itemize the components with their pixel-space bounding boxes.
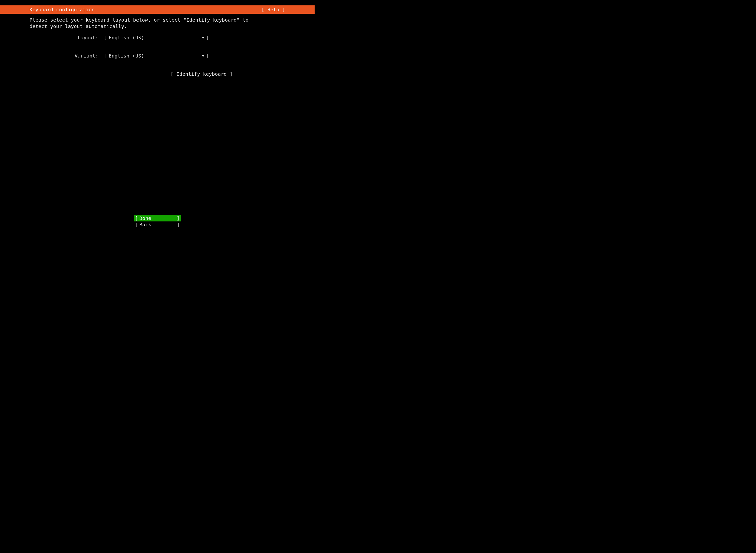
chevron-down-icon: ▼ bbox=[202, 53, 204, 59]
layout-select[interactable]: [ English (US) ▼ ] bbox=[104, 34, 209, 41]
header-bar: Keyboard configuration [ Help ] bbox=[0, 5, 315, 14]
layout-value: English (US) bbox=[109, 34, 202, 41]
installer-screen: Keyboard configuration [ Help ] Please s… bbox=[0, 0, 315, 230]
content-area: Please select your keyboard layout below… bbox=[0, 14, 315, 230]
form-area: Layout: [ English (US) ▼ ] Variant: [ En… bbox=[29, 34, 285, 77]
back-label: Back bbox=[138, 222, 177, 228]
chevron-down-icon: ▼ bbox=[202, 34, 204, 41]
back-button[interactable]: [ Back ] bbox=[134, 222, 181, 228]
identify-keyboard-button[interactable]: [ Identify keyboard ] bbox=[171, 71, 233, 77]
bracket-close: ] bbox=[177, 222, 180, 228]
bracket-close: ] bbox=[206, 53, 209, 59]
bracket-open: [ bbox=[104, 34, 107, 41]
variant-value: English (US) bbox=[109, 53, 202, 59]
bracket-open: [ bbox=[135, 222, 138, 228]
done-button[interactable]: [ Done ] bbox=[134, 215, 181, 222]
bracket-open: [ bbox=[135, 215, 138, 222]
variant-row: Variant: [ English (US) ▼ ] bbox=[71, 53, 285, 59]
layout-label: Layout: bbox=[71, 34, 98, 41]
variant-label: Variant: bbox=[71, 53, 98, 59]
bracket-close: ] bbox=[177, 215, 180, 222]
variant-select[interactable]: [ English (US) ▼ ] bbox=[104, 53, 209, 59]
identify-row: [ Identify keyboard ] bbox=[71, 71, 285, 77]
done-label: Done bbox=[138, 215, 177, 222]
page-title: Keyboard configuration bbox=[29, 6, 95, 13]
instructions-text: Please select your keyboard layout below… bbox=[29, 17, 285, 29]
layout-row: Layout: [ English (US) ▼ ] bbox=[71, 34, 285, 41]
help-button[interactable]: [ Help ] bbox=[261, 6, 285, 13]
footer-buttons: [ Done ] [ Back ] bbox=[0, 215, 315, 228]
bracket-close: ] bbox=[206, 34, 209, 41]
bracket-open: [ bbox=[104, 53, 107, 59]
